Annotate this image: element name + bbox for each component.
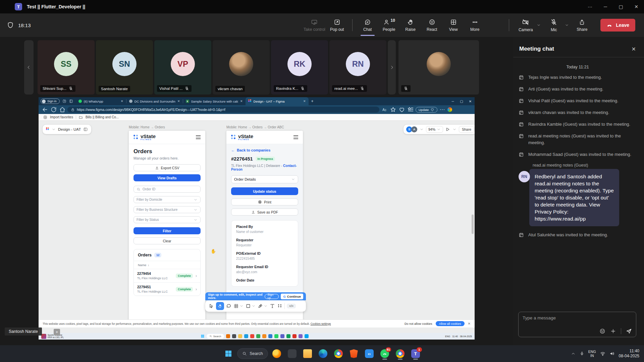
- cookie-close-icon[interactable]: ✕: [468, 322, 471, 325]
- filter-domicile-select[interactable]: Filter by Domicile: [133, 196, 201, 203]
- figma-canvas[interactable]: Design - UAT S A 94% Share Mobile: Home …: [39, 121, 475, 333]
- home-icon[interactable]: [59, 106, 66, 113]
- browser-tab[interactable]: X Sample Salary Structure with calc ✕: [183, 97, 246, 105]
- canvas-scrollbar[interactable]: [472, 215, 474, 234]
- hamburger-menu-icon[interactable]: [196, 135, 201, 139]
- browser-minimize-button[interactable]: ─: [448, 97, 457, 105]
- tab-close-icon[interactable]: ✕: [240, 100, 243, 103]
- sort-descending-icon[interactable]: ↓: [148, 263, 149, 267]
- maximize-button[interactable]: ▢: [613, 0, 629, 13]
- hand-tool-active[interactable]: [216, 302, 224, 310]
- chat-message-input[interactable]: Type a message: [518, 312, 636, 337]
- camera-control[interactable]: Camera: [516, 14, 541, 36]
- volume-icon[interactable]: [609, 351, 615, 356]
- tray-mic-icon[interactable]: [580, 351, 584, 356]
- presenter-search-box[interactable]: Search: [207, 334, 224, 339]
- teams-app[interactable]: T 1: [409, 347, 422, 360]
- pinned-participant-tile[interactable]: [398, 40, 479, 95]
- camera-chevron-icon[interactable]: [537, 23, 541, 27]
- import-favorites-link[interactable]: Import favorites: [50, 115, 73, 119]
- export-csv-button[interactable]: Export CSV: [133, 164, 201, 171]
- raise-hand-button[interactable]: Raise: [401, 14, 420, 36]
- people-button[interactable]: 10 People: [379, 14, 399, 36]
- taskbar-app-icon[interactable]: [305, 334, 309, 338]
- chevron-down-icon[interactable]: [420, 127, 424, 131]
- order-details-select[interactable]: Order Details: [231, 175, 298, 183]
- deny-cookies-link[interactable]: Do not allow cookies: [405, 322, 432, 325]
- favorites-folder-link[interactable]: Bills || Billing and Co...: [86, 115, 119, 119]
- comment-tool-icon[interactable]: [226, 303, 231, 309]
- collections-icon[interactable]: [407, 106, 414, 113]
- clear-button[interactable]: Clear: [133, 237, 201, 244]
- filter-business-structure-select[interactable]: Filter by Business Structure: [133, 206, 201, 213]
- titlebar-more-button[interactable]: ···: [582, 0, 598, 13]
- chrome-profile-app[interactable]: [393, 347, 407, 360]
- browser-tab[interactable]: DC Divisions and Surroundings ✕: [126, 97, 183, 105]
- file-explorer-app[interactable]: [301, 347, 314, 360]
- hamburger-menu-icon[interactable]: [293, 135, 298, 139]
- participant-tile[interactable]: vikram chavan: [213, 40, 270, 95]
- chevron-down-icon[interactable]: [52, 127, 56, 131]
- favorite-icon[interactable]: [389, 106, 397, 113]
- back-icon[interactable]: [41, 106, 49, 113]
- vertical-tabs-icon[interactable]: [69, 99, 73, 103]
- back-to-companies-link[interactable]: ←Back to companies: [231, 148, 298, 152]
- taskbar-app-icon[interactable]: [244, 334, 248, 338]
- chevron-down-icon[interactable]: [452, 127, 457, 131]
- language-switcher[interactable]: ENG IN: [588, 350, 596, 358]
- frame-label[interactable]: Mobile: Home → Orders → Order ABC: [226, 125, 284, 129]
- mic-button[interactable]: Mic: [544, 14, 564, 36]
- share-button[interactable]: Share: [572, 14, 592, 36]
- browser-settings-icon[interactable]: ···: [439, 106, 446, 113]
- taskbar-app-icon[interactable]: [299, 334, 303, 338]
- chat-message-bubble[interactable]: Redberyl and Santosh added read.ai meeti…: [529, 169, 619, 226]
- order-row[interactable]: 2279451 TL Flex Holdings LLC Complete ›: [134, 282, 200, 296]
- filter-button[interactable]: Filter: [133, 227, 201, 234]
- signup-button[interactable]: Sign up: [265, 294, 279, 299]
- copilot-icon[interactable]: [447, 107, 452, 112]
- chat-button[interactable]: Chat: [358, 14, 377, 36]
- dev-mode-toggle[interactable]: </>: [287, 304, 296, 308]
- wifi-icon[interactable]: [600, 351, 605, 356]
- dark-app[interactable]: [285, 347, 299, 360]
- figma-file-pill[interactable]: Design - UAT: [43, 125, 91, 134]
- edge-app[interactable]: [316, 347, 330, 360]
- refresh-icon[interactable]: [50, 106, 57, 113]
- mic-control[interactable]: Mic: [544, 14, 569, 36]
- taskbar-app-icon[interactable]: [274, 334, 278, 338]
- browser-tab-active[interactable]: Design - UAT – Figma ✕: [246, 97, 309, 105]
- chat-close-icon[interactable]: ✕: [632, 46, 636, 52]
- close-button[interactable]: ✕: [629, 0, 644, 13]
- taskbar-clock[interactable]: 11:40 08-04-2025: [619, 349, 639, 359]
- emoji-picker-icon[interactable]: [599, 328, 605, 334]
- participant-tile[interactable]: RK Ravindra K...: [271, 40, 328, 95]
- taskbar-app-icon[interactable]: [256, 334, 260, 338]
- tray-chevron-icon[interactable]: [571, 351, 576, 356]
- taskbar-app-icon[interactable]: [286, 334, 290, 338]
- vscode-app[interactable]: ‹›: [363, 347, 376, 360]
- toggle-panel-icon[interactable]: [83, 127, 88, 132]
- allow-cookies-button[interactable]: Allow all cookies: [436, 321, 465, 326]
- taskbar-app-icon[interactable]: [292, 334, 297, 338]
- browser-update-button[interactable]: Update: [416, 107, 437, 113]
- order-row[interactable]: 2279454 TL Flex Holdings LLC Complete ›: [134, 269, 200, 282]
- order-id-input[interactable]: Order ID: [133, 186, 201, 193]
- pop-out-button[interactable]: Pop out: [327, 14, 347, 36]
- view-button[interactable]: View: [444, 14, 463, 36]
- participant-tile[interactable]: RN read.ai mee...: [329, 40, 386, 95]
- participant-tile[interactable]: SN Santosh Narate: [96, 40, 153, 95]
- browser-signin-button[interactable]: Sign in: [41, 99, 60, 104]
- participant-tile[interactable]: VP Vishal Patil ...: [154, 40, 211, 95]
- send-message-icon[interactable]: [626, 328, 632, 334]
- move-tool-icon[interactable]: [209, 303, 214, 309]
- react-button[interactable]: React: [422, 14, 442, 36]
- browser-essentials-icon[interactable]: [398, 106, 406, 113]
- participant-tile[interactable]: SS Shivani Sup...: [38, 40, 95, 95]
- presenter-add-button[interactable]: +: [54, 329, 60, 335]
- browser-tab[interactable]: (6) WhatsApp ✕: [76, 97, 126, 105]
- cookie-settings-link[interactable]: Cookies settings: [311, 322, 331, 325]
- google-continue-button[interactable]: G Continue: [281, 294, 303, 299]
- scroll-participants-right-button[interactable]: [388, 40, 396, 95]
- tab-close-icon[interactable]: ✕: [177, 100, 180, 103]
- leave-button[interactable]: Leave: [600, 19, 635, 32]
